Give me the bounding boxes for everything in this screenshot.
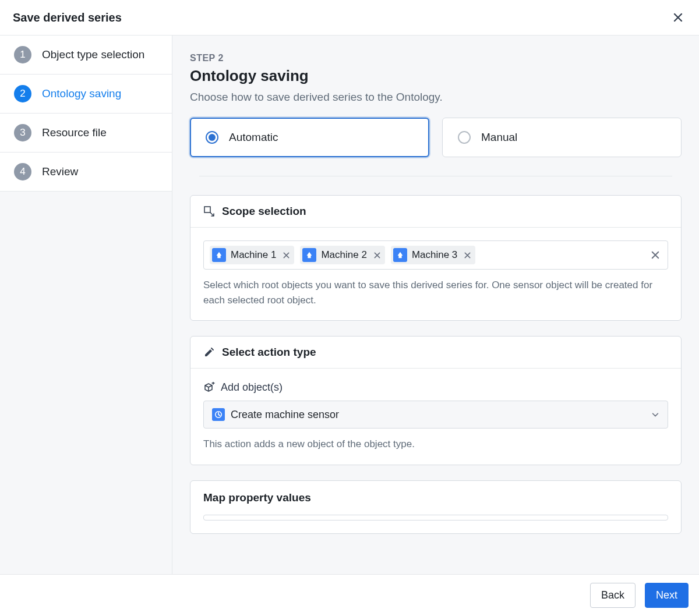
scope-tag: Machine 1 — [210, 246, 294, 264]
divider — [199, 176, 672, 176]
remove-tag-button[interactable] — [281, 252, 290, 259]
sensor-action-icon — [212, 408, 225, 421]
scope-help-text: Select which root objects you want to sa… — [203, 278, 668, 307]
action-type-icon — [203, 346, 215, 358]
dialog-body: 1 Object type selection 2 Ontology savin… — [0, 36, 699, 574]
step-resource-file[interactable]: 3 Resource file — [0, 114, 172, 153]
card-title: Scope selection — [222, 205, 306, 218]
chevron-down-icon — [651, 410, 659, 419]
object-icon — [302, 248, 316, 262]
scope-tag: Machine 2 — [300, 246, 384, 264]
mode-label: Automatic — [229, 131, 278, 144]
scope-tag: Machine 3 — [391, 246, 475, 264]
tag-label: Machine 1 — [231, 249, 276, 261]
radio-icon — [206, 131, 218, 144]
object-icon — [212, 248, 226, 262]
back-button[interactable]: Back — [590, 583, 636, 608]
action-help-text: This action adds a new object of the obj… — [203, 437, 668, 452]
card-title: Select action type — [222, 346, 316, 359]
add-objects-label: Add object(s) — [203, 381, 668, 394]
add-object-icon — [203, 382, 215, 394]
tag-label: Machine 2 — [321, 249, 366, 261]
step-number: 3 — [14, 124, 31, 141]
save-derived-series-dialog: Save derived series 1 Object type select… — [0, 0, 699, 616]
dialog-title: Save derived series — [13, 11, 122, 24]
step-heading: Ontology saving — [190, 67, 682, 85]
remove-tag-button[interactable] — [462, 252, 471, 259]
step-ontology-saving[interactable]: 2 Ontology saving — [0, 75, 172, 114]
scope-icon — [203, 206, 215, 217]
card-header: Select action type — [190, 337, 681, 369]
mode-label: Manual — [481, 131, 517, 144]
action-select[interactable]: Create machine sensor — [203, 401, 668, 429]
steps-sidebar: 1 Object type selection 2 Ontology savin… — [0, 36, 172, 574]
close-button[interactable] — [670, 9, 686, 26]
step-label: Review — [42, 165, 78, 178]
step-number: 1 — [14, 46, 31, 63]
step-label: Resource file — [42, 126, 107, 139]
step-label: Ontology saving — [42, 87, 121, 100]
scope-selection-card: Scope selection Machine 1 — [190, 195, 682, 321]
object-icon — [393, 248, 407, 262]
scope-objects-input[interactable]: Machine 1 Machine 2 — [203, 240, 668, 270]
card-header: Scope selection — [190, 196, 681, 228]
tag-label: Machine 3 — [412, 249, 457, 261]
close-icon — [673, 13, 683, 22]
select-value: Create machine sensor — [231, 409, 339, 421]
mode-manual[interactable]: Manual — [442, 118, 682, 157]
step-review[interactable]: 4 Review — [0, 153, 172, 192]
dialog-header: Save derived series — [0, 0, 699, 36]
next-button[interactable]: Next — [645, 583, 689, 608]
svg-rect-0 — [204, 207, 210, 213]
dialog-footer: Back Next — [0, 574, 699, 616]
save-mode-selector: Automatic Manual — [190, 118, 682, 157]
map-placeholder — [203, 515, 668, 521]
step-subheading: Choose how to save derived series to the… — [190, 91, 682, 104]
select-action-type-card: Select action type Add object(s) — [190, 336, 682, 465]
step-number: 2 — [14, 85, 31, 102]
step-object-type-selection[interactable]: 1 Object type selection — [0, 36, 172, 75]
map-property-values-card: Map property values — [190, 480, 682, 534]
remove-tag-button[interactable] — [372, 252, 380, 259]
step-content: STEP 2 Ontology saving Choose how to sav… — [172, 36, 699, 574]
clear-tags-button[interactable] — [649, 249, 662, 261]
step-label: Object type selection — [42, 48, 144, 61]
step-eyebrow: STEP 2 — [190, 53, 682, 63]
step-number: 4 — [14, 163, 31, 180]
card-title: Map property values — [190, 481, 681, 515]
radio-icon — [458, 131, 471, 144]
mode-automatic[interactable]: Automatic — [190, 118, 429, 157]
